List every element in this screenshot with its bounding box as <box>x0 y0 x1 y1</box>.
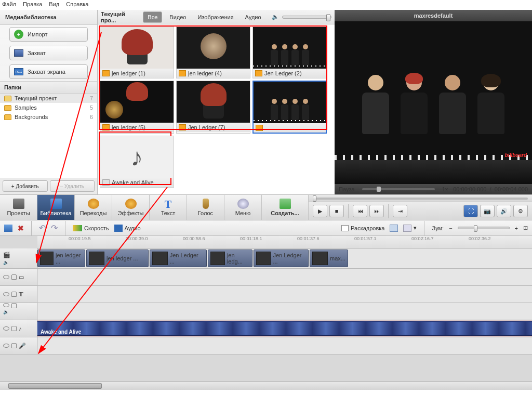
audio-clip[interactable]: Awake and Alive <box>37 321 532 336</box>
play-button[interactable]: ▶ <box>313 205 327 217</box>
fullscreen-button[interactable]: ⛶ <box>463 205 478 217</box>
snapshot-button[interactable]: 📷 <box>480 205 495 217</box>
voice-tool[interactable]: Голос <box>187 195 224 220</box>
scrub-bar[interactable] <box>309 195 532 202</box>
video-thumb[interactable]: Jen Ledger (2) <box>252 27 327 78</box>
menu-tool[interactable]: Меню <box>224 195 262 220</box>
menu-view[interactable]: Вид <box>49 1 59 7</box>
step-button[interactable]: ⇥ <box>393 205 407 217</box>
library-title: Медиабиблиотека <box>0 10 97 25</box>
library-panel: Медиабиблиотека + Импорт Захват REC Захв… <box>0 10 98 194</box>
folder-row[interactable]: Backgrounds6 <box>0 112 97 122</box>
time-ruler[interactable]: 00:00:19.500:00:39.000:00:58.600:01:18.1… <box>37 236 532 248</box>
split-button[interactable] <box>4 225 12 232</box>
plus-icon: + <box>14 30 23 39</box>
next-button[interactable]: ⏭ <box>369 205 384 217</box>
zoom-slider[interactable] <box>458 227 510 229</box>
ruler-tick: 00:01:57.1 <box>354 236 377 241</box>
filter-all-tab[interactable]: Все <box>143 11 162 23</box>
transitions-icon <box>88 199 99 209</box>
video-thumb[interactable] <box>252 81 327 134</box>
storyboard-button[interactable]: Раскадровка <box>341 225 384 231</box>
volume-slider[interactable] <box>282 16 331 19</box>
folder-row[interactable]: Samples5 <box>0 103 97 112</box>
lock-icon[interactable] <box>11 274 17 280</box>
pause-label: Пауза <box>339 186 355 192</box>
disc-icon <box>237 199 249 209</box>
redo-button[interactable]: ↷ <box>51 223 58 233</box>
eye-icon[interactable] <box>3 344 9 348</box>
library-icon <box>50 199 62 209</box>
video-thumb[interactable]: Jen Ledger (7) <box>176 81 250 134</box>
horizontal-scrollbar[interactable] <box>0 382 532 390</box>
main-toolbar: Проекты Библиотека Переходы Эффекты TТек… <box>0 194 532 220</box>
text-tool[interactable]: TТекст <box>150 195 187 220</box>
speed-button[interactable]: Скорость <box>73 225 109 231</box>
speaker-icon: 🔈 <box>3 260 9 265</box>
video-thumb[interactable]: jen ledger (4) <box>176 27 250 78</box>
eye-icon[interactable] <box>3 292 9 296</box>
eye-icon[interactable] <box>3 303 9 307</box>
preview-seek-slider[interactable] <box>362 188 435 190</box>
audio-thumb[interactable]: ♪Awake and Alive <box>100 136 174 188</box>
music-icon: ♪ <box>19 325 22 332</box>
audio-button[interactable]: Аудио <box>114 225 141 232</box>
video-clip[interactable]: jen ledg... <box>208 249 252 267</box>
transitions-tool[interactable]: Переходы <box>75 195 112 220</box>
text-icon: T <box>19 290 23 298</box>
filter-video-tab[interactable]: Видео <box>165 12 190 22</box>
camera-icon <box>14 49 23 57</box>
effects-tool[interactable]: Эффекты <box>112 195 150 220</box>
settings-button[interactable]: ⚙ <box>513 205 528 217</box>
undo-button[interactable]: ↶ <box>39 223 46 233</box>
video-clip[interactable]: jen ledger ... <box>86 249 149 267</box>
create-tool[interactable]: Создать... <box>262 195 309 220</box>
lock-icon[interactable] <box>11 303 17 308</box>
menu-file[interactable]: Файл <box>2 1 16 7</box>
capture-button[interactable]: Захват <box>9 46 88 60</box>
music-note-icon: ♪ <box>131 143 143 172</box>
zoom-fit-button[interactable]: ⊡ <box>523 225 528 231</box>
view-mode-2[interactable]: ▾ <box>403 225 417 232</box>
storyboard-icon <box>341 225 349 231</box>
zoom-in-button[interactable]: + <box>515 225 518 231</box>
eye-icon[interactable] <box>3 326 9 331</box>
add-folder-button[interactable]: + Добавить <box>3 180 48 192</box>
menu-help[interactable]: Справка <box>66 1 88 7</box>
lock-icon[interactable] <box>11 326 17 331</box>
timeline-toolbar: ✖ ↶ ↷ Скорость Аудио Раскадровка ▾ Зум: … <box>0 220 532 236</box>
speaker-icon: 🔈 <box>3 309 9 314</box>
video-badge-icon <box>256 125 263 131</box>
lock-icon[interactable] <box>11 292 17 297</box>
eye-icon[interactable] <box>3 275 9 279</box>
stop-button[interactable]: ■ <box>329 205 344 217</box>
ruler-tick: 00:00:39.0 <box>126 236 148 241</box>
zoom-out-button[interactable]: − <box>449 225 452 231</box>
folder-row[interactable]: Текущий проект7 <box>0 94 97 103</box>
video-badge-icon <box>179 70 186 76</box>
filter-images-tab[interactable]: Изображения <box>193 12 237 22</box>
video-badge-icon <box>102 70 110 76</box>
filter-audio-tab[interactable]: Аудио <box>241 12 265 22</box>
delete-clip-button[interactable]: ✖ <box>18 224 24 232</box>
import-button[interactable]: + Импорт <box>9 27 88 42</box>
view-mode-1[interactable] <box>390 225 398 232</box>
menu-edit[interactable]: Правка <box>23 1 42 7</box>
projects-tool[interactable]: Проекты <box>0 195 37 220</box>
video-clip[interactable]: jen ledger ... <box>37 249 85 267</box>
export-icon <box>280 199 291 209</box>
mute-button[interactable]: 🔊 <box>497 205 511 217</box>
video-clip[interactable]: Jen Ledger ... <box>254 249 309 267</box>
delete-folder-button[interactable]: – Удалить <box>50 180 95 192</box>
prev-button[interactable]: ⏮ <box>353 205 367 217</box>
screen-capture-button[interactable]: REC Захват экрана <box>9 64 88 79</box>
video-clip[interactable]: Jen Ledger ... <box>150 249 207 267</box>
video-thumb[interactable]: jen ledger (5) <box>100 81 174 134</box>
thumbnail-grid: jen ledger (1)jen ledger (4)Jen Ledger (… <box>98 24 335 190</box>
lock-icon[interactable] <box>11 343 17 348</box>
preview-panel: maxresdefault billboard Пауза 1x 00:00:0… <box>335 10 532 194</box>
ruler-tick: 00:02:36.2 <box>469 236 491 241</box>
video-clip[interactable]: max... <box>310 249 348 267</box>
library-tool[interactable]: Библиотека <box>37 195 75 220</box>
video-thumb[interactable]: jen ledger (1) <box>100 27 174 78</box>
